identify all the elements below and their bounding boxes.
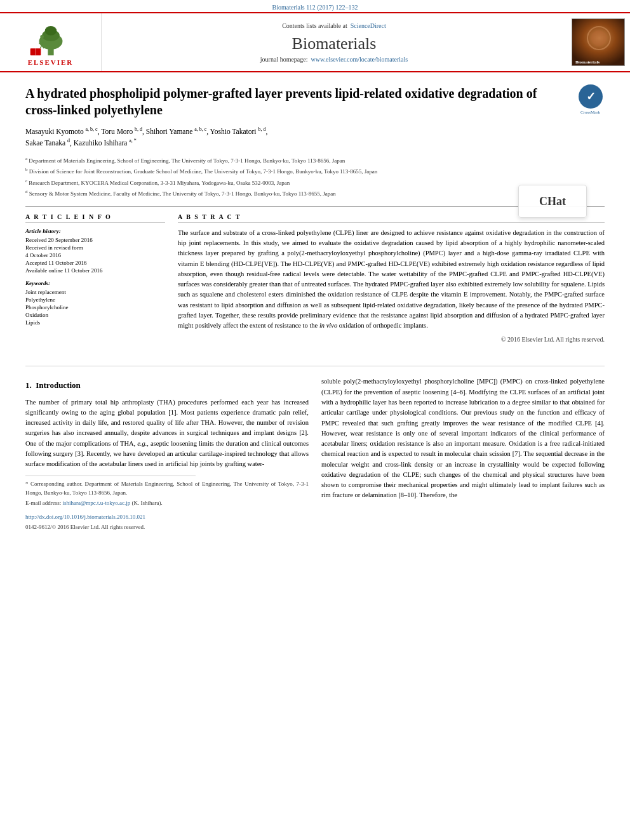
- svg-point-14: [591, 30, 607, 46]
- journal-header: ELSEVIER Contents lists available at Sci…: [0, 12, 630, 72]
- keyword-4: Oxidation: [25, 312, 165, 318]
- available-online-date: Available online 11 October 2016: [25, 267, 165, 274]
- journal-info-bar: Biomaterials 112 (2017) 122–132: [0, 0, 630, 12]
- svg-text:✓: ✓: [586, 90, 595, 103]
- introduction-heading: 1. Introduction: [25, 379, 309, 392]
- journal-cover-area: Biomaterials: [566, 13, 630, 71]
- body-content: 1. Introduction The number of primary to…: [0, 377, 630, 531]
- intro-paragraph-1: The number of primary total hip arthropl…: [25, 397, 309, 470]
- homepage-prefix: journal homepage:: [260, 56, 308, 63]
- keyword-5: Lipids: [25, 319, 165, 326]
- svg-point-4: [40, 34, 44, 38]
- corresponding-author-footnote: * Corresponding author. Department of Ma…: [25, 480, 309, 497]
- crossmark-label: CrossMark: [580, 110, 600, 115]
- body-two-column: 1. Introduction The number of primary to…: [25, 377, 605, 531]
- journal-cover-image: Biomaterials: [572, 18, 625, 66]
- chat-button[interactable]: CHat: [518, 185, 587, 218]
- revised-date: 4 October 2016: [25, 252, 165, 258]
- svg-text:Biomaterials: Biomaterials: [575, 60, 600, 65]
- article-title: A hydrated phospholipid polymer-grafted …: [25, 85, 566, 118]
- keyword-2: Polyethylene: [25, 297, 165, 303]
- journal-title: Biomaterials: [292, 34, 377, 53]
- doi-line[interactable]: http://dx.doi.org/10.1016/j.biomaterials…: [25, 513, 309, 522]
- sciencedirect-link[interactable]: ScienceDirect: [351, 22, 386, 29]
- issn-line: 0142-9612/© 2016 Elsevier Ltd. All right…: [25, 523, 309, 532]
- section-number: 1.: [25, 380, 32, 390]
- keywords-title: Keywords:: [25, 280, 165, 286]
- elsevier-logo-area: ELSEVIER: [0, 13, 102, 71]
- accepted-date: Accepted 11 October 2016: [25, 260, 165, 266]
- footnote-divider: [25, 476, 196, 476]
- section-title: Introduction: [36, 380, 81, 390]
- abstract-column: A B S T R A C T The surface and substrat…: [178, 213, 605, 343]
- elsevier-tree-icon: [22, 19, 79, 57]
- abstract-text: The surface and substrate of a cross-lin…: [178, 228, 605, 331]
- article-content: A hydrated phospholipid polymer-grafted …: [0, 72, 630, 366]
- body-divider: [25, 366, 605, 366]
- homepage-line: journal homepage: www.elsevier.com/locat…: [260, 56, 408, 63]
- article-info-title: A R T I C L E I N F O: [25, 213, 165, 223]
- header-center: Contents lists available at ScienceDirec…: [102, 13, 566, 71]
- sciencedirect-prefix: Contents lists available at: [282, 22, 347, 29]
- body-col-left: 1. Introduction The number of primary to…: [25, 377, 309, 531]
- sciencedirect-line: Contents lists available at ScienceDirec…: [282, 22, 386, 29]
- elsevier-label: ELSEVIER: [28, 58, 74, 66]
- homepage-link[interactable]: www.elsevier.com/locate/biomaterials: [311, 56, 408, 63]
- email-footnote: E-mail address: ishihara@mpc.t.u-tokyo.a…: [25, 499, 309, 508]
- email-link[interactable]: ishihara@mpc.t.u-tokyo.ac.jp: [62, 500, 130, 506]
- keyword-3: Phosphorylcholine: [25, 304, 165, 310]
- received-revised-label: Received in revised form: [25, 244, 165, 251]
- intro-paragraph-2: soluble poly(2-methacryloyloxyethyl phos…: [321, 377, 605, 500]
- article-info-column: A R T I C L E I N F O Article history: R…: [25, 213, 165, 343]
- crossmark-badge: ✓ CrossMark: [576, 85, 605, 114]
- received-date: Received 20 September 2016: [25, 237, 165, 243]
- copyright-line: © 2016 Elsevier Ltd. All rights reserved…: [178, 336, 605, 343]
- svg-point-3: [44, 26, 56, 36]
- authors-line: Masayuki Kyomoto a, b, c, Toru Moro b, d…: [25, 126, 605, 149]
- body-col-right: soluble poly(2-methacryloyloxyethyl phos…: [321, 377, 605, 531]
- crossmark-icon: ✓: [579, 84, 603, 109]
- article-history-title: Article history:: [25, 228, 165, 234]
- article-title-section: A hydrated phospholipid polymer-grafted …: [25, 85, 605, 118]
- keyword-1: Joint replacement: [25, 289, 165, 295]
- article-info-abstract-section: A R T I C L E I N F O Article history: R…: [25, 213, 605, 343]
